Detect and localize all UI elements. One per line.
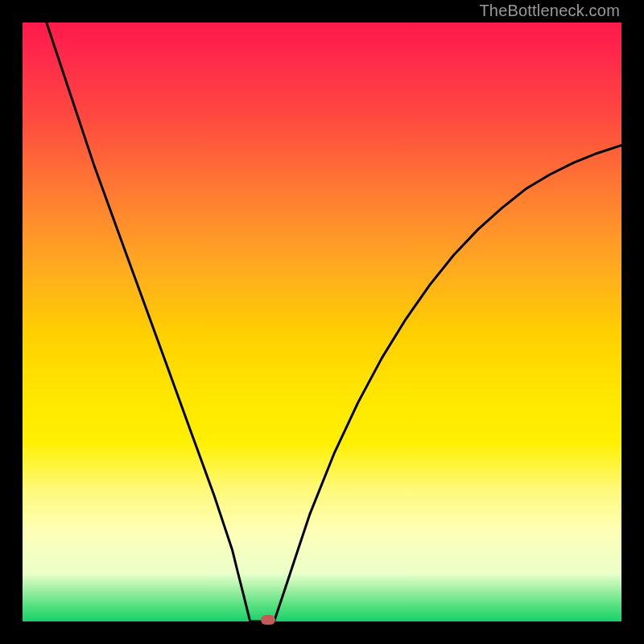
plot-area — [23, 23, 621, 621]
optimal-point-marker — [261, 615, 275, 625]
watermark-text: TheBottleneck.com — [479, 2, 620, 20]
bottleneck-curve — [23, 23, 621, 621]
chart-frame: TheBottleneck.com — [0, 0, 644, 644]
